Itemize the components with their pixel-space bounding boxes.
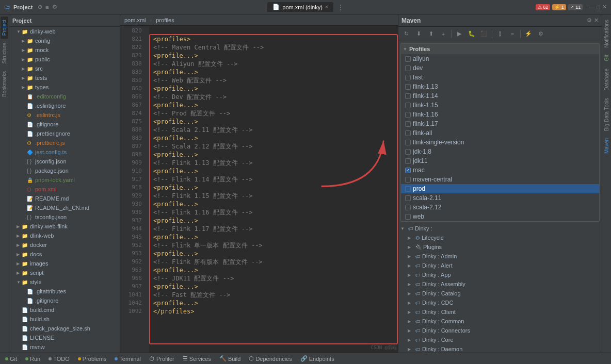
tree-item-license[interactable]: 📄 LICENSE <box>9 333 120 342</box>
toolbar-icon-2[interactable]: ≡ <box>45 4 49 10</box>
maven-stop-btn[interactable]: ⬛ <box>478 29 490 39</box>
bottom-tab-endpoints[interactable]: 🔗 Endpoints <box>297 354 337 363</box>
maven-link-btn[interactable]: ⚡ <box>523 29 534 39</box>
more-tabs-icon[interactable]: ⋮ <box>337 4 344 11</box>
maven-upload-btn[interactable]: ⬆ <box>425 29 437 39</box>
left-tab-structure[interactable]: Structure <box>1 40 8 67</box>
bottom-tab-build[interactable]: 🔨 Build <box>216 354 244 363</box>
profiles-header[interactable]: ▼ Profiles <box>401 44 599 54</box>
tree-item-jest[interactable]: 🔷 jest.config.ts <box>9 147 120 157</box>
tree-item-gitignore2[interactable]: 📄 .gitignore <box>9 296 120 305</box>
profile-flink-114[interactable]: flink-1.14 <box>401 91 599 101</box>
tree-item-style[interactable]: ▼ 📁 style <box>9 277 120 287</box>
profile-flink-all[interactable]: flink-all <box>401 128 599 138</box>
maven-filter-btn[interactable]: = <box>507 29 518 39</box>
maven-dinky-connectors[interactable]: ▶ 🏷 Dinky : Connectors <box>398 326 602 335</box>
maven-panel-content[interactable]: ▼ Profiles aliyun dev fast <box>398 41 602 353</box>
right-tab-database[interactable]: Database <box>603 65 610 94</box>
maven-terminal-btn[interactable]: ⚙ <box>535 29 546 39</box>
profile-checkbox-dev[interactable] <box>405 65 411 71</box>
maven-dinky-alert[interactable]: ▶ 🏷 Dinky : Alert <box>398 261 602 270</box>
tree-item-src[interactable]: ▶ 📁 src <box>9 64 120 73</box>
tree-item-tsconfig[interactable]: { } tsconfig.json <box>9 212 120 222</box>
tree-item-gitattributes[interactable]: 📄 .gitattributes <box>9 287 120 296</box>
tree-item-eslintrc[interactable]: ⚙ .eslintrc.js <box>9 110 120 120</box>
toolbar-icon-1[interactable]: ⊕ <box>38 4 42 10</box>
profile-flink-113[interactable]: flink-1.13 <box>401 82 599 91</box>
tree-item-readme2[interactable]: 📝 README_zh_CN.md <box>9 203 120 212</box>
tree-item-editorconfig[interactable]: 📋 .editorconfig <box>9 92 120 101</box>
profile-checkbox-aliyun[interactable] <box>405 56 411 62</box>
tree-item-checkpkg[interactable]: 📄 check_package_size.sh <box>9 324 120 333</box>
tree-item-public[interactable]: ▶ 📁 public <box>9 55 120 64</box>
profile-checkbox-flinksingle[interactable] <box>405 140 411 145</box>
tree-item-gitignore[interactable]: 📄 .gitignore <box>9 120 120 129</box>
tree-item-config[interactable]: ▶ 📁 config <box>9 36 120 45</box>
tree-item-docker[interactable]: ▶ 📁 docker <box>9 240 120 250</box>
profile-checkbox-flinkall[interactable] <box>405 130 411 136</box>
maven-close-icon[interactable]: ✕ <box>594 17 599 24</box>
tree-item-script[interactable]: ▶ 📁 script <box>9 268 120 277</box>
profile-checkbox-web[interactable] <box>405 214 411 220</box>
profile-checkbox-jdk11[interactable] <box>405 158 411 164</box>
profile-checkbox-jdk18[interactable] <box>405 149 411 155</box>
profile-checkbox-flink117[interactable] <box>405 121 411 127</box>
profile-scala-211[interactable]: scala-2.11 <box>401 193 599 203</box>
profile-checkbox-flink113[interactable] <box>405 84 411 90</box>
profile-maven-central[interactable]: maven-central <box>401 175 599 184</box>
maven-dinky-app[interactable]: ▶ 🏷 Dinky : App <box>398 270 602 279</box>
tree-item-prettierignore[interactable]: 📄 .prettierignore <box>9 129 120 138</box>
profile-checkbox-flink116[interactable] <box>405 112 411 118</box>
tree-item-images[interactable]: ▶ 📁 images <box>9 259 120 268</box>
profile-scala-212[interactable]: scala-2.12 <box>401 203 599 212</box>
errors-badge[interactable]: ⚠ 62 <box>536 4 551 10</box>
maven-dinky-cdc[interactable]: ▶ 🏷 Dinky : CDC <box>398 298 602 307</box>
tree-item-dinky-web[interactable]: ▼ 📁 dinky-web <box>9 27 120 36</box>
tree-item-docs[interactable]: ▶ 📁 docs <box>9 250 120 259</box>
window-minimize[interactable]: — <box>589 4 594 10</box>
tree-item-pnpm[interactable]: 🔒 pnpm-lock.yaml <box>9 175 120 185</box>
profile-checkbox-flink114[interactable] <box>405 93 411 99</box>
profile-checkbox-mac[interactable]: ✓ <box>405 168 411 173</box>
maven-run-btn[interactable]: ▶ <box>454 29 465 39</box>
profile-dev[interactable]: dev <box>401 63 599 73</box>
maven-add-btn[interactable]: + <box>438 29 449 39</box>
bottom-tab-dependencies[interactable]: ⬡ Dependencies <box>246 354 295 363</box>
maven-debug-btn[interactable]: 🐛 <box>466 29 477 39</box>
maven-plugins[interactable]: ▶ 🔌 Plugins <box>398 242 602 252</box>
tree-item-buildcmd[interactable]: 📄 build.cmd <box>9 305 120 315</box>
tree-item-tests[interactable]: ▶ 📁 tests <box>9 73 120 82</box>
close-icon[interactable]: × <box>325 4 328 10</box>
active-tab[interactable]: 📄 pom.xml (dinky) × <box>267 2 333 12</box>
profile-jdk18[interactable]: jdk-1.8 <box>401 147 599 156</box>
bottom-tab-todo[interactable]: TODO <box>45 355 73 363</box>
profile-checkbox-flink115[interactable] <box>405 103 411 108</box>
maven-download-btn[interactable]: ⬇ <box>413 29 424 39</box>
tree-item-pomxml-inner[interactable]: ⬡ pom.xml <box>9 185 120 194</box>
window-maximize[interactable]: □ <box>597 4 600 10</box>
bottom-tab-terminal[interactable]: Terminal <box>111 355 144 363</box>
maven-dinky-common[interactable]: ▶ 🏷 Dinky : Common <box>398 317 602 326</box>
tree-item-package[interactable]: { } package.json <box>9 166 120 175</box>
window-close[interactable]: ✕ <box>602 4 607 10</box>
bottom-tab-services[interactable]: ☰ Services <box>180 354 214 363</box>
maven-dinky-section[interactable]: ▼ 🏷 Dinky : <box>398 224 602 233</box>
right-tab-bigdata[interactable]: Big Data Tools <box>603 95 610 134</box>
profile-aliyun[interactable]: aliyun <box>401 54 599 63</box>
profile-flink-115[interactable]: flink-1.15 <box>401 101 599 110</box>
tree-item-mvnw[interactable]: 📄 mvnw <box>9 342 120 352</box>
profile-checkbox-fast[interactable] <box>405 75 411 80</box>
maven-refresh-btn[interactable]: ↻ <box>400 29 412 39</box>
right-tab-maven[interactable]: Maven <box>603 135 610 157</box>
info-badge[interactable]: ✓ 11 <box>568 4 583 10</box>
profile-checkbox-mavencentral[interactable] <box>405 177 411 183</box>
profile-fast[interactable]: fast <box>401 73 599 82</box>
tree-item-dinky-flink[interactable]: ▶ 📁 dinky-web-flink <box>9 222 120 231</box>
bottom-tab-profiler[interactable]: ⏱ Profiler <box>146 355 178 363</box>
profile-jdk11[interactable]: jdk11 <box>401 156 599 166</box>
tree-item-jsconfig[interactable]: { } jsconfig.json <box>9 157 120 166</box>
profile-flink-116[interactable]: flink-1.16 <box>401 110 599 119</box>
profile-web[interactable]: web <box>401 212 599 221</box>
profile-flink-117[interactable]: flink-1.17 <box>401 119 599 128</box>
left-tab-project[interactable]: Project <box>1 16 8 39</box>
